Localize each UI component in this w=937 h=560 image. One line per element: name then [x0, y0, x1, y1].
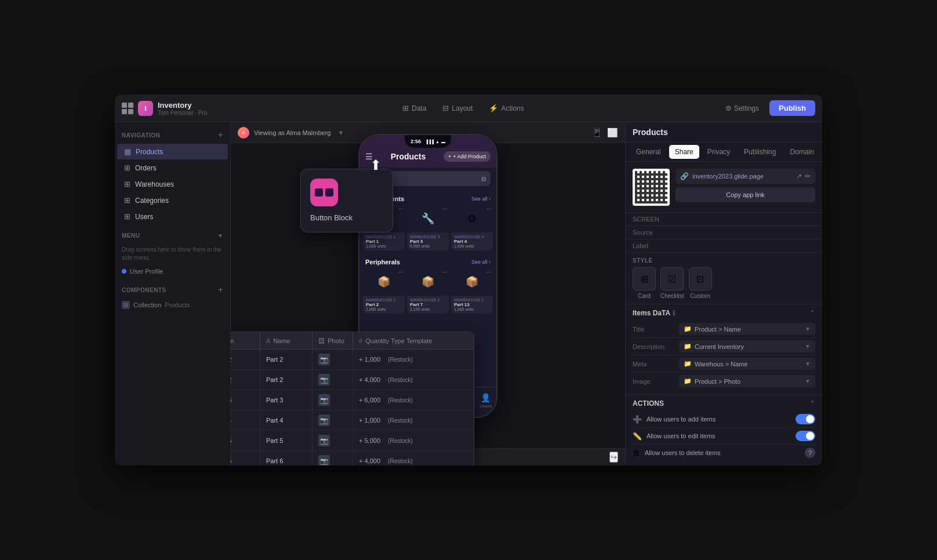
label-label: Label — [633, 242, 673, 249]
cell-name-6: Part 6 — [260, 451, 313, 466]
chevron-down-icon-2: ▼ — [805, 343, 811, 350]
expand-icon[interactable]: ⌃ — [809, 309, 815, 317]
card-img-2: 🔧 ··· — [407, 205, 449, 232]
cell-qty-5: + 5,000 (Restock) — [353, 431, 474, 450]
users-icon: ⊞ — [124, 212, 130, 221]
see-all-peripherals[interactable]: See all › — [471, 259, 491, 265]
card-style-box: ⊞ — [633, 267, 656, 290]
tab-domain[interactable]: Domain — [784, 145, 819, 159]
cell-photo-1: 📷 — [313, 350, 353, 369]
card-img-4: 📦 ··· — [363, 268, 405, 296]
cell-name-3: Part 3 — [260, 390, 313, 410]
add-component-button[interactable]: + — [218, 285, 223, 294]
user-profile-item[interactable]: User Profile — [115, 266, 230, 277]
card-img-6: 📦 ··· — [451, 268, 493, 296]
nav-tabs: ⊞ Data ⊟ Layout ⚡ Actions — [395, 101, 531, 115]
collection-item[interactable]: ⊟ Collection Products — [115, 298, 230, 312]
product-name-path: Product > Name — [695, 326, 802, 333]
see-all-components[interactable]: See all › — [471, 196, 491, 202]
phone-card[interactable]: 📦 ··· WAREHOUSE 2 Part 7 2,100 units — [407, 268, 449, 314]
tab-privacy[interactable]: Privacy — [702, 145, 736, 159]
publish-button[interactable]: Publish — [769, 100, 815, 116]
tab-layout[interactable]: ⊟ Layout — [435, 101, 480, 115]
right-panel-title: Products — [633, 128, 668, 137]
tab-general[interactable]: General — [630, 145, 667, 159]
card-menu-3[interactable]: ··· — [486, 206, 491, 212]
phone-add-button[interactable]: + + Add Product — [444, 151, 491, 162]
sidebar-item-orders[interactable]: ⊞ Orders — [117, 160, 228, 176]
card-menu-5[interactable]: ··· — [442, 269, 447, 275]
image-value[interactable]: 📁 Product > Photo ▼ — [679, 375, 815, 387]
cell-name-2: Part 2 — [260, 370, 313, 390]
phone-time: 2:56 — [411, 139, 421, 144]
sidebar-item-categories[interactable]: ⊞ Categories — [117, 192, 228, 208]
tab-data[interactable]: ⊞ Data — [395, 101, 433, 115]
product-photo-path: Product > Photo — [695, 378, 802, 385]
style-custom[interactable]: ⊡ Custom — [689, 267, 712, 299]
cell-qty-1: + 1,000 (Restock) — [353, 350, 474, 369]
qr-right: 🔗 inventory2023.glide.page ↗ ✏ Copy app … — [675, 169, 815, 202]
col-header-qty: # Quantity Type Template — [353, 332, 474, 349]
title-value[interactable]: 📁 Product > Name ▼ — [679, 323, 815, 335]
tab-publishing[interactable]: Publishing — [738, 145, 782, 159]
title-label: Title — [633, 326, 679, 333]
card-menu-4[interactable]: ··· — [398, 269, 403, 275]
add-nav-button[interactable]: + — [218, 130, 223, 140]
style-card[interactable]: ⊞ Card — [633, 267, 656, 299]
layout-icon: ⊟ — [442, 104, 449, 112]
menu-chevron-icon: ▼ — [217, 232, 223, 239]
settings-button[interactable]: ⚙ Settings — [720, 101, 765, 115]
card-menu-2[interactable]: ··· — [442, 206, 447, 212]
custom-style-box: ⊡ — [689, 267, 712, 290]
chevron-down-icon-1: ▼ — [805, 326, 811, 332]
card-info-2: WAREHOUSE 3 Part 3 5,500 units — [407, 232, 449, 250]
nav-users[interactable]: 👤 Users — [480, 393, 492, 409]
data-table-overlay: ↗ Relation A Name 🖼 Photo # Quantity Typ… — [231, 332, 474, 466]
chevron-down-icon-4: ▼ — [805, 378, 811, 384]
device-tablet-icon[interactable]: ⬜ — [607, 128, 618, 138]
edit-url-button[interactable]: ✏ — [805, 172, 811, 180]
open-url-button[interactable]: ↗ — [796, 172, 802, 180]
card-name-6: Part 13 — [454, 302, 490, 307]
table-row: ↗ Part 6 Part 6 📷 + 4,000 (Restock) — [231, 451, 474, 466]
copy-link-button[interactable]: Copy app link — [675, 187, 815, 202]
desc-value[interactable]: 📁 Current Inventory ▼ — [679, 340, 815, 352]
tab-actions[interactable]: ⚡ Actions — [482, 101, 531, 115]
card-menu-1[interactable]: ··· — [398, 206, 403, 212]
menu-hint: Drag screens here to show them in the si… — [115, 242, 230, 266]
redo-button[interactable]: ↪ — [609, 452, 618, 463]
phone-card[interactable]: ⚙ ··· WAREHOUSE 4 Part 4 1,000 units — [451, 205, 493, 250]
cell-relation-2: ↗ Part 2 — [231, 370, 260, 390]
delete-items-icon: 🗑 — [633, 449, 640, 457]
user-dot — [122, 269, 126, 274]
custom-style-label: Custom — [690, 293, 710, 299]
tab-share[interactable]: Share — [669, 145, 699, 159]
edit-items-toggle[interactable] — [796, 431, 815, 441]
sidebar-item-products[interactable]: ▦ Products — [117, 144, 228, 159]
style-checklist[interactable]: ☑ Checklist — [660, 267, 684, 299]
phone-card[interactable]: 🔧 ··· WAREHOUSE 3 Part 3 5,500 units — [407, 205, 449, 250]
actions-expand-icon[interactable]: ⌃ — [809, 399, 815, 408]
name-col-icon: A — [266, 337, 270, 344]
meta-value[interactable]: 📁 Warehous > Name ▼ — [679, 358, 815, 370]
sidebar-item-users[interactable]: ⊞ Users — [117, 209, 228, 224]
qty-col-icon: # — [359, 337, 362, 344]
info-icon: ℹ — [673, 310, 675, 317]
add-items-label: Allow users to add items — [647, 416, 796, 423]
peripherals-grid: 📦 ··· WAREHOUSE 2 Part 2 2,000 units — [359, 268, 496, 314]
viewing-text: Viewing as Alma Malmberg — [254, 129, 331, 136]
part-icon-2: 🔧 — [422, 212, 434, 225]
add-items-toggle[interactable] — [796, 414, 815, 424]
card-units-1: 1,000 units — [366, 244, 402, 248]
phone-card[interactable]: 📦 ··· WAREHOUSE 1 Part 13 1,200 units — [451, 268, 493, 314]
app-window: I Inventory Tom Personal · Pro ⊞ Data ⊟ … — [115, 94, 822, 466]
warehouses-icon: ⊞ — [124, 180, 130, 188]
card-menu-6[interactable]: ··· — [486, 269, 491, 275]
card-name-5: Part 7 — [410, 302, 446, 307]
device-phone-icon[interactable]: 📱 — [591, 128, 602, 138]
sidebar-item-warehouses[interactable]: ⊞ Warehouses — [117, 176, 228, 192]
phone-card[interactable]: 📦 ··· WAREHOUSE 2 Part 2 2,000 units — [363, 268, 405, 314]
folder-icon-3: 📁 — [684, 360, 692, 368]
phone-status-icons: ▐▐▐ ▲ ▬ — [425, 140, 445, 144]
delete-question-icon[interactable]: ? — [805, 448, 815, 458]
